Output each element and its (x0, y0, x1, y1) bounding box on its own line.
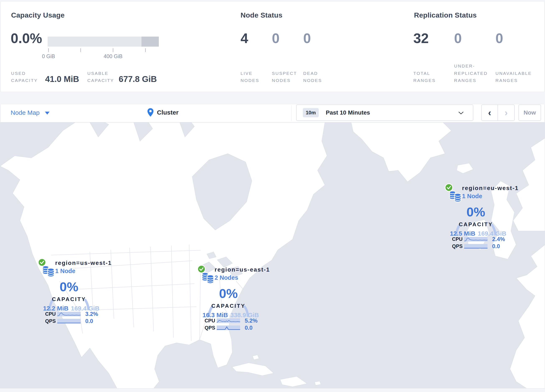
capacity-gauge: 0% CAPACITY (208, 275, 249, 317)
capacity-used-percent: 0.0% (11, 30, 42, 46)
unavailable-ranges-label: UNAVAILABLE RANGES (495, 70, 539, 84)
usable-capacity-label: USABLE CAPACITY (87, 70, 121, 84)
world-map (0, 122, 545, 388)
gauge-capacity-label: CAPACITY (48, 296, 90, 303)
capacity-bar-nonusable-segment (142, 37, 159, 47)
total-ranges-value: 32 (413, 30, 429, 46)
qps-sparkline (217, 325, 240, 330)
suspect-nodes-label: SUSPECT NODES (272, 70, 299, 84)
replication-status-title: Replication Status (414, 11, 477, 19)
capacity-axis-label-400: 400 GiB (104, 53, 123, 59)
cpu-value: 5.2% (245, 317, 258, 324)
capacity-bar (48, 37, 159, 47)
total-ranges-label: TOTAL RANGES (413, 70, 440, 84)
qps-value: 0.0 (492, 243, 500, 250)
used-capacity: 16.3 MiB (203, 311, 228, 319)
chevron-down-icon (458, 111, 464, 115)
under-replicated-ranges-value: 0 (454, 30, 462, 46)
time-range-badge: 10m (303, 108, 319, 117)
qps-value: 0.0 (245, 325, 253, 331)
capacity-axis-tick (145, 48, 146, 52)
time-nav-group: ‹ › (481, 105, 515, 121)
gauge-capacity-label: CAPACITY (455, 221, 497, 228)
gauge-percent: 0% (455, 205, 497, 219)
dead-nodes-value: 0 (303, 30, 311, 46)
cpu-sparkline (217, 318, 240, 323)
cpu-value: 3.2% (85, 311, 98, 317)
region-marker-us-east-1[interactable]: region=us-east-1 2 Nodes 0% CAPACITY 16.… (197, 263, 268, 335)
region-label: region=eu-west-1 (462, 185, 519, 192)
capacity-axis-tick (113, 48, 113, 52)
live-nodes-value: 4 (241, 30, 248, 46)
node-status-title: Node Status (241, 11, 283, 19)
unavailable-ranges-value: 0 (495, 30, 503, 46)
region-label: region=us-east-1 (215, 266, 270, 273)
gauge-percent: 0% (208, 286, 249, 301)
cpu-sparkline (57, 312, 81, 316)
time-next-button[interactable]: › (498, 105, 514, 120)
capacity-axis-tick (48, 48, 49, 52)
breadcrumb[interactable]: Cluster (147, 108, 179, 117)
gauge-percent: 0% (48, 279, 90, 294)
view-selector-label: Node Map (11, 109, 39, 116)
used-capacity: 12.2 MiB (43, 305, 68, 312)
live-nodes-label: LIVE NODES (241, 70, 266, 84)
used-capacity-label: USED CAPACITY (11, 70, 44, 84)
qps-label: QPS (45, 318, 57, 324)
map-pin-icon (147, 108, 154, 117)
region-marker-eu-west-1[interactable]: region=eu-west-1 1 Node 0% CAPACITY 12.5… (444, 182, 515, 253)
qps-sparkline (57, 319, 81, 324)
capacity-axis-label-0: 0 GiB (42, 53, 55, 59)
cpu-label: CPU (204, 318, 217, 324)
cpu-value: 2.4% (492, 236, 505, 243)
time-prev-button[interactable]: ‹ (482, 105, 498, 120)
cpu-label: CPU (452, 236, 464, 242)
region-marker-us-west-1[interactable]: region=us-west-1 1 Node 0% CAPACITY 12.2… (37, 257, 108, 328)
capacity-axis-tick (81, 48, 81, 52)
capacity-gauge: 0% CAPACITY (48, 268, 90, 310)
capacity-gauge: 0% CAPACITY (455, 193, 497, 235)
qps-label: QPS (204, 325, 217, 331)
cluster-stats-panel: Capacity Usage 0.0% 0 GiB 400 GiB USED C… (0, 1, 545, 92)
gauge-capacity-label: CAPACITY (208, 303, 249, 309)
cpu-sparkline (464, 237, 488, 242)
qps-sparkline (464, 244, 488, 249)
used-capacity-value: 41.0 MiB (45, 75, 79, 84)
suspect-nodes-value: 0 (272, 30, 280, 46)
map-toolbar: Node Map Cluster 10m Past 10 Minutes ‹ ›… (0, 104, 545, 122)
under-replicated-ranges-label: UNDER-REPLICATED RANGES (454, 62, 495, 84)
usable-capacity-value: 677.8 GiB (119, 75, 157, 84)
time-range-dropdown[interactable]: 10m Past 10 Minutes (296, 105, 473, 121)
capacity-usage-title: Capacity Usage (11, 11, 65, 19)
region-label: region=us-west-1 (55, 260, 112, 266)
dead-nodes-label: DEAD NODES (303, 70, 328, 84)
view-selector-dropdown[interactable]: Node Map (11, 109, 50, 116)
time-range-label: Past 10 Minutes (326, 109, 370, 116)
breadcrumb-label: Cluster (157, 109, 179, 116)
toolbar-divider (291, 105, 291, 121)
used-capacity: 12.5 MiB (450, 230, 475, 237)
qps-label: QPS (452, 243, 464, 249)
time-now-button[interactable]: Now (519, 105, 541, 121)
chevron-down-icon (45, 112, 50, 115)
node-map: region=us-west-1 1 Node 0% CAPACITY 12.2… (0, 122, 545, 388)
cpu-label: CPU (45, 311, 57, 317)
qps-value: 0.0 (85, 318, 93, 324)
